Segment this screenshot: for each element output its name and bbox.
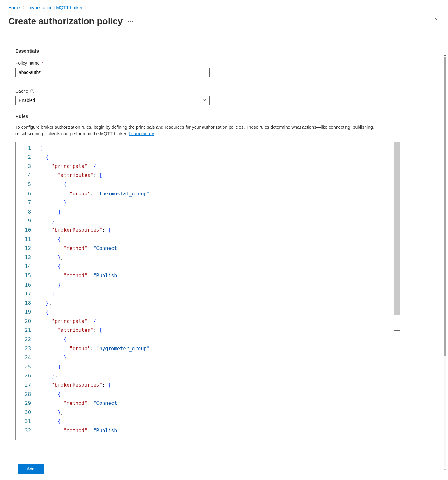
scroll-up-icon[interactable]: ▲ xyxy=(444,53,447,56)
rules-heading: Rules xyxy=(15,113,433,119)
editor-scrollbar[interactable] xyxy=(394,142,400,440)
policy-name-label: Policy name * xyxy=(15,61,433,66)
page-title: Create authorization policy ··· xyxy=(8,16,134,26)
cache-label: Cache i xyxy=(15,89,433,94)
breadcrumb-instance[interactable]: my-instance | MQTT broker xyxy=(28,5,82,10)
external-link-icon: ⧉ xyxy=(152,132,154,136)
more-actions-button[interactable]: ··· xyxy=(128,18,134,24)
chevron-right-icon: 〉 xyxy=(23,5,26,10)
add-button[interactable]: Add xyxy=(18,464,44,474)
info-icon[interactable]: i xyxy=(30,89,34,93)
breadcrumb-home[interactable]: Home xyxy=(8,5,20,10)
learn-more-link[interactable]: Learn more⧉ xyxy=(129,131,154,136)
editor-code-area[interactable]: [ { "principals": { "attributes": [ { "g… xyxy=(39,142,400,440)
policy-name-input[interactable] xyxy=(15,68,210,77)
cache-select[interactable]: Enabled xyxy=(15,96,210,105)
essentials-heading: Essentials xyxy=(15,48,433,54)
panel-scrollbar[interactable]: ▲ ▼ xyxy=(443,53,447,471)
close-icon xyxy=(435,18,440,23)
close-button[interactable] xyxy=(433,16,442,26)
required-icon: * xyxy=(41,61,43,66)
editor-line-gutter: 1234567891011121314151617181920212223242… xyxy=(16,142,39,440)
chevron-right-icon: 〉 xyxy=(85,5,88,10)
scroll-down-icon[interactable]: ▼ xyxy=(444,468,447,471)
breadcrumb: Home 〉 my-instance | MQTT broker 〉 xyxy=(8,5,440,16)
page-title-text: Create authorization policy xyxy=(8,16,123,26)
rules-description: To configure broker authorization rules,… xyxy=(15,124,375,137)
rules-json-editor[interactable]: 1234567891011121314151617181920212223242… xyxy=(15,142,400,440)
